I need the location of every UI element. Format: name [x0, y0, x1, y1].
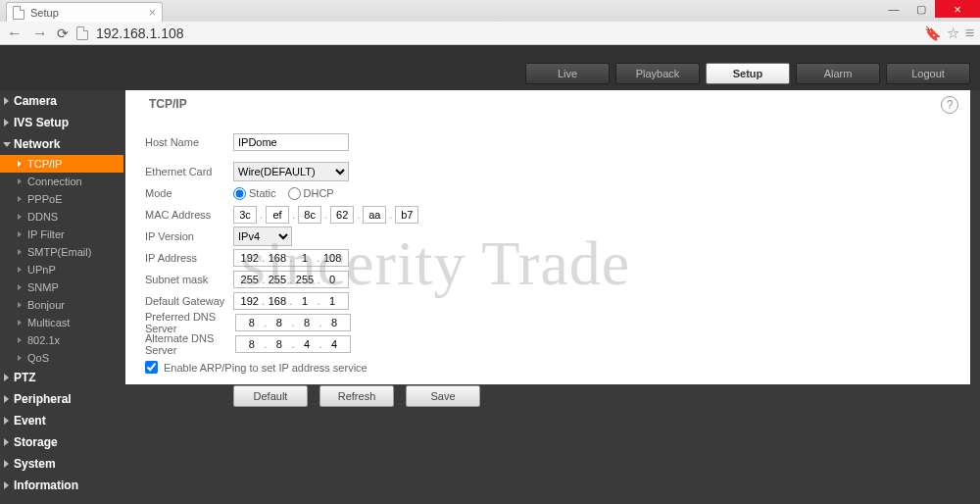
ip-oct-3[interactable] — [321, 252, 343, 264]
hostname-input[interactable] — [233, 133, 349, 151]
label-ipaddr: IP Address — [145, 252, 233, 264]
sidebar-sub-pppoe[interactable]: PPPoE — [0, 190, 123, 208]
sidebar-sub-8021x[interactable]: 802.1x — [0, 331, 123, 349]
page-icon — [76, 26, 88, 40]
mode-static[interactable]: Static — [233, 187, 276, 200]
nav-tab-logout[interactable]: Logout — [886, 63, 970, 84]
mac-oct-3[interactable] — [330, 206, 354, 224]
ip-oct-2[interactable] — [294, 252, 316, 264]
subnet-input[interactable]: . . . — [233, 271, 349, 288]
ip-oct-0[interactable] — [239, 252, 261, 264]
label-subnet: Subnet mask — [145, 274, 233, 285]
ip-input[interactable]: . . . — [233, 249, 349, 267]
sidebar-item-camera[interactable]: Camera — [0, 90, 123, 112]
forward-button[interactable]: → — [31, 25, 49, 42]
label-pdns: Preferred DNS Server — [145, 311, 235, 334]
gateway-input[interactable]: . . . — [233, 292, 349, 310]
help-icon[interactable]: ? — [941, 96, 958, 114]
ip-oct-1[interactable] — [267, 252, 288, 264]
ipver-select[interactable]: IPv4 — [233, 227, 292, 246]
sidebar-sub-tcpip[interactable]: TCP/IP — [0, 155, 123, 173]
mac-oct-0[interactable] — [233, 206, 257, 224]
ethernet-select[interactable]: Wire(DEFAULT) — [233, 162, 349, 181]
mac-oct-1[interactable] — [266, 206, 289, 224]
sidebar-sub-connection[interactable]: Connection — [0, 173, 123, 190]
label-mode: Mode — [145, 187, 233, 199]
arp-label: Enable ARP/Ping to set IP address servic… — [164, 362, 368, 374]
sidebar: Camera IVS Setup Network TCP/IP Connecti… — [0, 90, 123, 504]
file-icon — [13, 6, 24, 20]
top-nav: Live Playback Setup Alarm Logout — [0, 45, 980, 90]
save-button[interactable]: Save — [406, 385, 480, 407]
mac-oct-4[interactable] — [363, 206, 386, 224]
label-hostname: Host Name — [145, 136, 233, 148]
sidebar-sub-ddns[interactable]: DDNS — [0, 208, 123, 226]
sidebar-sub-ipfilter[interactable]: IP Filter — [0, 226, 123, 243]
sidebar-item-peripheral[interactable]: Peripheral — [0, 388, 123, 410]
radio-dhcp[interactable] — [288, 187, 301, 200]
sidebar-sub-smtp[interactable]: SMTP(Email) — [0, 243, 123, 261]
browser-chrome: Setup × — ▢ × ← → ⟳ 192.168.1.108 🔖 ☆ ≡ — [0, 0, 980, 45]
window-close-button[interactable]: × — [935, 0, 980, 18]
minimize-button[interactable]: — — [880, 0, 907, 18]
browser-tab[interactable]: Setup × — [6, 2, 163, 22]
sidebar-sub-qos[interactable]: QoS — [0, 349, 123, 367]
panel-tab-tcpip[interactable]: TCP/IP — [125, 90, 211, 118]
sidebar-item-event[interactable]: Event — [0, 410, 123, 431]
maximize-button[interactable]: ▢ — [907, 0, 935, 18]
nav-tab-alarm[interactable]: Alarm — [796, 63, 880, 84]
sidebar-item-network[interactable]: Network — [0, 133, 123, 155]
nav-tab-setup[interactable]: Setup — [706, 63, 790, 84]
label-mac: MAC Address — [145, 209, 233, 221]
label-ethernet: Ethernet Card — [145, 166, 233, 177]
sidebar-item-system[interactable]: System — [0, 453, 123, 475]
mode-dhcp[interactable]: DHCP — [288, 187, 334, 200]
nav-tab-playback[interactable]: Playback — [615, 63, 700, 84]
sidebar-sub-upnp[interactable]: UPnP — [0, 261, 123, 278]
address-bar: ← → ⟳ 192.168.1.108 🔖 ☆ ≡ — [0, 22, 980, 45]
star-icon[interactable]: ☆ — [947, 25, 959, 42]
tab-title: Setup — [30, 7, 59, 19]
panel-tabs: TCP/IP — [125, 90, 970, 118]
reload-button[interactable]: ⟳ — [57, 25, 69, 41]
bookmark-tag-icon[interactable]: 🔖 — [924, 25, 941, 41]
app-root: Live Playback Setup Alarm Logout Camera … — [0, 45, 980, 504]
content-area: sincerity Trade TCP/IP ? Host Name Ether… — [123, 90, 980, 504]
radio-static[interactable] — [233, 187, 246, 200]
sidebar-sub-bonjour[interactable]: Bonjour — [0, 296, 123, 314]
refresh-button[interactable]: Refresh — [319, 385, 394, 407]
close-tab-icon[interactable]: × — [149, 6, 156, 20]
url-text[interactable]: 192.168.1.108 — [96, 25, 184, 41]
label-adns: Alternate DNS Server — [145, 332, 235, 356]
tcpip-form: Host Name Ethernet Card Wire(DEFAULT) Mo… — [125, 118, 970, 407]
menu-icon[interactable]: ≡ — [965, 25, 974, 42]
sidebar-sub-multicast[interactable]: Multicast — [0, 314, 123, 331]
default-button[interactable]: Default — [233, 385, 308, 407]
app-body: Camera IVS Setup Network TCP/IP Connecti… — [0, 90, 980, 504]
back-button[interactable]: ← — [6, 25, 24, 42]
sidebar-item-information[interactable]: Information — [0, 475, 123, 496]
sidebar-item-ivs[interactable]: IVS Setup — [0, 112, 123, 133]
sidebar-sub-snmp[interactable]: SNMP — [0, 278, 123, 296]
mac-oct-5[interactable] — [395, 206, 418, 224]
tab-strip: Setup × — ▢ × — [0, 0, 980, 22]
label-gateway: Default Gateway — [145, 295, 233, 307]
adns-input[interactable]: . . . — [235, 335, 351, 353]
mac-oct-2[interactable] — [298, 206, 321, 224]
pdns-input[interactable]: . . . — [235, 314, 351, 331]
sidebar-item-storage[interactable]: Storage — [0, 431, 123, 453]
sidebar-item-ptz[interactable]: PTZ — [0, 367, 123, 388]
window-controls: — ▢ × — [880, 0, 980, 18]
mac-input-group: . . . . . — [233, 206, 418, 224]
label-ipver: IP Version — [145, 230, 233, 242]
settings-panel: TCP/IP ? Host Name Ethernet Card Wire(DE… — [125, 90, 970, 384]
arp-checkbox[interactable] — [145, 361, 158, 374]
nav-tab-live[interactable]: Live — [525, 63, 610, 84]
